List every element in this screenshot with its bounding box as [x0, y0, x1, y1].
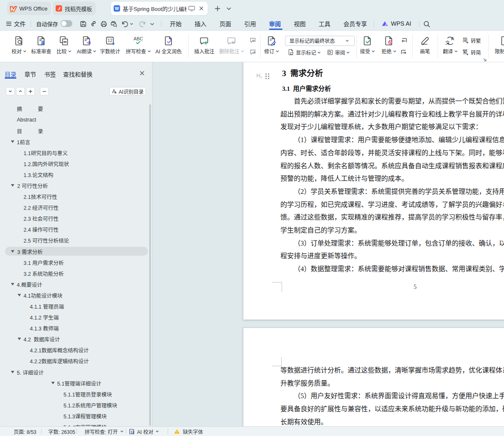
save-button[interactable]: [79, 20, 87, 28]
heading-level-badge[interactable]: H1: [256, 73, 262, 79]
markup-state-dropdown[interactable]: 显示标记的最终状态: [285, 36, 355, 46]
sidebar-tab-bookmarks[interactable]: 书签: [44, 70, 56, 78]
missing-font-warning[interactable]: 缺失字体: [174, 427, 203, 436]
search-button[interactable]: [423, 20, 430, 28]
tab-list-button[interactable]: [224, 3, 234, 13]
toc-item[interactable]: 1.2.国内外研究现状: [0, 158, 148, 169]
toc-item[interactable]: 4.1.2 学生端: [0, 312, 148, 323]
reject-revision-button[interactable]: 拒绝: [374, 35, 404, 58]
drag-handle-icon[interactable]: [265, 73, 269, 81]
toc-item[interactable]: 3.1 用户需求分析: [0, 257, 148, 268]
toc-collapse-triangle-icon[interactable]: [18, 294, 21, 296]
toc-item[interactable]: 5.1.3课程管理模块: [0, 410, 148, 421]
print-button[interactable]: [100, 20, 108, 28]
menu-5[interactable]: 视图: [294, 17, 306, 30]
toc-item[interactable]: 1.3.论文结构: [0, 169, 148, 180]
ai-proofread-indicator[interactable]: AI 校对: [129, 427, 159, 436]
toc-item[interactable]: 5.1.4内容管理模块: [0, 421, 148, 426]
toc-item[interactable]: 3 需求分析: [0, 246, 148, 257]
word-count-button[interactable]: 12字数统计: [95, 35, 125, 58]
menu-7[interactable]: 会员专享: [343, 17, 367, 30]
toc-item[interactable]: 2.4 操作可行性: [0, 224, 148, 235]
menu-1[interactable]: 插入: [195, 17, 206, 30]
toc-collapse-triangle-icon[interactable]: [11, 250, 14, 253]
ai-polish-button[interactable]: AI 全文润色: [153, 35, 184, 58]
pdf-button[interactable]: [90, 20, 98, 28]
previous-revision-button[interactable]: [400, 37, 408, 46]
track-changes-button[interactable]: 修订: [256, 35, 287, 58]
toc-item[interactable]: Abstract: [0, 114, 148, 125]
undo-button[interactable]: [121, 20, 129, 28]
toc-item[interactable]: 4.1.3 教师端: [0, 323, 148, 334]
toc-item[interactable]: 2.3 社会可行性: [0, 213, 148, 224]
to-simplified-button[interactable]: 繁转简: [462, 48, 481, 56]
redo-button[interactable]: [139, 20, 146, 28]
sidebar-scrollbar[interactable]: [149, 104, 151, 426]
review-pane-button[interactable]: 审阅: [327, 49, 350, 56]
toc-collapse-triangle-icon[interactable]: [11, 140, 14, 143]
toc-collapse-triangle-icon[interactable]: [51, 382, 55, 384]
toc-item[interactable]: 4.2.2数据库逻辑结构设计: [0, 356, 148, 367]
doc-heading-2[interactable]: 3.1 用户需求分析: [282, 85, 331, 92]
next-heading-button[interactable]: [6, 87, 15, 95]
file-menu[interactable]: 文件: [6, 17, 26, 30]
page-indicator[interactable]: 页面: 8/53: [14, 427, 37, 436]
to-traditional-button[interactable]: 简转繁: [462, 37, 481, 44]
toc-item[interactable]: 4.概要设计: [0, 279, 148, 290]
next-revision-button[interactable]: [400, 48, 408, 58]
wps-ai-menu[interactable]: WPS AI: [381, 17, 411, 30]
toc-collapse-triangle-icon[interactable]: [11, 184, 14, 187]
toc-item[interactable]: 2.1技术可行性: [0, 191, 148, 202]
doc-heading-1[interactable]: 3 需求分析: [282, 69, 323, 78]
document-page-2[interactable]: 等数据进行统计分析。通过这些数据，清晰掌握市场需求趋势，优化课程体系，提 升教学…: [243, 328, 504, 426]
toc-item[interactable]: 4.1功能设计模块: [0, 290, 148, 301]
toc-item[interactable]: 2.5 可行性分析结论: [0, 235, 148, 246]
previous-comment-button[interactable]: [248, 37, 256, 46]
toc-item[interactable]: 4.1.1 管理员端: [0, 301, 148, 312]
tab-close-icon[interactable]: [199, 6, 204, 11]
document-page-1[interactable]: H1 3 需求分析 3.1 用户需求分析 首先必须详细掌握学员和家长的需要与期望…: [243, 62, 504, 320]
restrict-edit-button[interactable]: 限制编辑: [490, 35, 504, 58]
ai-detect-toc-button[interactable]: AI识别目录: [109, 87, 146, 95]
tab-docer-templates[interactable]: 找稻壳模板: [53, 2, 96, 15]
insert-comment-button[interactable]: 插入批注: [189, 35, 219, 58]
toc-item[interactable]: 2.2 经济可行性: [0, 202, 148, 213]
toc-item[interactable]: 5. 详细设计: [0, 367, 148, 378]
toc-item[interactable]: 5.1.2系统用户管理模块: [0, 399, 148, 410]
toc-item[interactable]: 1.1研究目的与意义: [0, 147, 148, 158]
toc-collapse-triangle-icon[interactable]: [11, 283, 14, 285]
translate-button[interactable]: 文A翻译: [435, 35, 465, 58]
menu-2[interactable]: 页面: [219, 17, 231, 30]
show-markup-button[interactable]: 显示标记: [288, 49, 321, 56]
toc-item[interactable]: 摘 要: [0, 103, 148, 114]
sidebar-tab-chapters[interactable]: 章节: [24, 70, 36, 78]
tab-wps-office[interactable]: WPS Office: [7, 2, 51, 15]
collapse-all-button[interactable]: [40, 87, 49, 95]
toc-item[interactable]: 1前言: [0, 136, 148, 147]
next-comment-button[interactable]: [248, 48, 256, 58]
preview-button[interactable]: [110, 20, 118, 28]
toc-item[interactable]: 4.2 数据库设计: [0, 334, 148, 345]
new-tab-button[interactable]: [212, 3, 222, 13]
undo-dropdown[interactable]: [129, 20, 134, 28]
tab-document[interactable]: W 基于Spring Boot的少儿编程: [111, 2, 208, 15]
quick-access-more[interactable]: [150, 20, 155, 28]
doc-body-page-2[interactable]: 等数据进行统计分析。通过这些数据，清晰掌握市场需求趋势，优化课程体系，提 升教学…: [280, 364, 504, 426]
toc-item[interactable]: 3.2 系统功能分析: [0, 268, 148, 279]
toc-collapse-triangle-icon[interactable]: [11, 371, 14, 373]
toc-item[interactable]: 5.1管理端详细设计: [0, 378, 148, 388]
toc-collapse-triangle-icon[interactable]: [18, 338, 21, 340]
toc-item[interactable]: 目 录: [0, 125, 148, 136]
spell-check-button[interactable]: ABC拼写检查: [123, 35, 153, 58]
menu-0[interactable]: 开始: [170, 17, 182, 30]
spell-check-indicator[interactable]: 拼写检查: 打开: [85, 427, 124, 436]
toc-item[interactable]: 4.2.1数据库概念结构设计: [0, 345, 148, 356]
doc-body-page-1[interactable]: 首先必须详细掌握学员和家长的需要与期望，从而提供一个既契合他们需求 超出预期的解…: [280, 95, 504, 276]
sidebar-close-button[interactable]: [139, 70, 145, 78]
previous-heading-button[interactable]: [16, 87, 25, 95]
autosave-toggle[interactable]: [61, 20, 72, 27]
toc-item[interactable]: 5.1.1管理员登录模块: [0, 388, 148, 399]
menu-3[interactable]: 引用: [244, 17, 256, 30]
delete-comment-button[interactable]: 删除批注: [216, 35, 247, 58]
toc-item[interactable]: 2 可行性分析: [0, 180, 148, 191]
